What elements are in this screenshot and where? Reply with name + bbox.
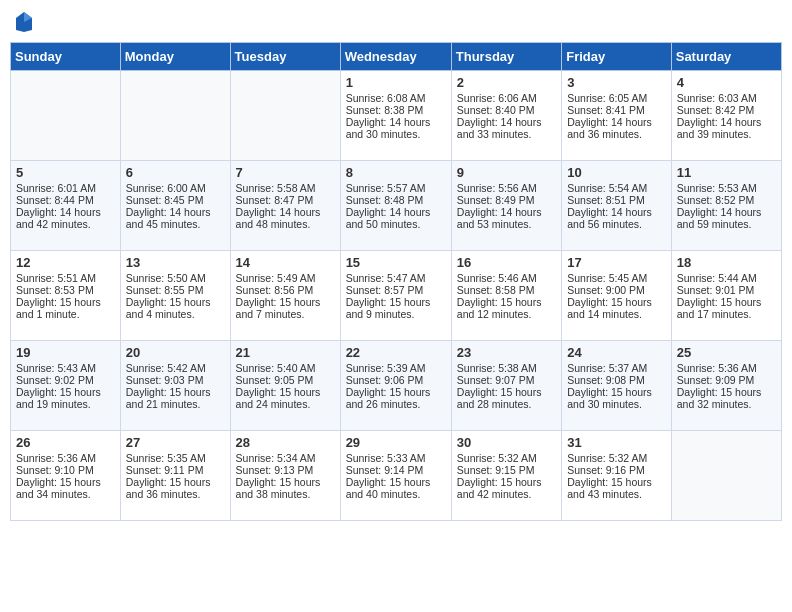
day-info: Sunrise: 5:57 AM	[346, 182, 446, 194]
day-info: Sunrise: 5:43 AM	[16, 362, 115, 374]
day-info: Sunset: 8:41 PM	[567, 104, 666, 116]
day-info: Sunset: 9:13 PM	[236, 464, 335, 476]
day-info: Daylight: 15 hours and 17 minutes.	[677, 296, 776, 320]
calendar-header-monday: Monday	[120, 43, 230, 71]
day-number: 6	[126, 165, 225, 180]
calendar-cell	[230, 71, 340, 161]
day-number: 18	[677, 255, 776, 270]
day-info: Daylight: 15 hours and 40 minutes.	[346, 476, 446, 500]
calendar-cell: 19Sunrise: 5:43 AMSunset: 9:02 PMDayligh…	[11, 341, 121, 431]
day-info: Sunrise: 5:51 AM	[16, 272, 115, 284]
day-info: Daylight: 14 hours and 59 minutes.	[677, 206, 776, 230]
day-info: Sunset: 9:06 PM	[346, 374, 446, 386]
day-info: Sunrise: 5:46 AM	[457, 272, 556, 284]
day-number: 8	[346, 165, 446, 180]
calendar-cell: 16Sunrise: 5:46 AMSunset: 8:58 PMDayligh…	[451, 251, 561, 341]
day-info: Sunset: 9:00 PM	[567, 284, 666, 296]
day-number: 22	[346, 345, 446, 360]
day-number: 28	[236, 435, 335, 450]
calendar-header-sunday: Sunday	[11, 43, 121, 71]
day-info: Sunrise: 5:36 AM	[16, 452, 115, 464]
day-number: 5	[16, 165, 115, 180]
calendar-cell: 27Sunrise: 5:35 AMSunset: 9:11 PMDayligh…	[120, 431, 230, 521]
day-number: 11	[677, 165, 776, 180]
day-info: Sunrise: 6:01 AM	[16, 182, 115, 194]
day-info: Daylight: 15 hours and 1 minute.	[16, 296, 115, 320]
calendar-header-friday: Friday	[562, 43, 672, 71]
day-info: Daylight: 15 hours and 19 minutes.	[16, 386, 115, 410]
calendar-cell: 11Sunrise: 5:53 AMSunset: 8:52 PMDayligh…	[671, 161, 781, 251]
day-number: 10	[567, 165, 666, 180]
day-info: Sunrise: 5:49 AM	[236, 272, 335, 284]
day-info: Sunset: 8:51 PM	[567, 194, 666, 206]
day-info: Sunrise: 6:00 AM	[126, 182, 225, 194]
day-number: 3	[567, 75, 666, 90]
calendar-cell: 8Sunrise: 5:57 AMSunset: 8:48 PMDaylight…	[340, 161, 451, 251]
day-info: Sunset: 8:53 PM	[16, 284, 115, 296]
day-number: 9	[457, 165, 556, 180]
day-number: 4	[677, 75, 776, 90]
day-info: Sunset: 9:02 PM	[16, 374, 115, 386]
day-info: Sunrise: 5:53 AM	[677, 182, 776, 194]
day-number: 15	[346, 255, 446, 270]
day-info: Daylight: 15 hours and 34 minutes.	[16, 476, 115, 500]
day-info: Sunset: 8:58 PM	[457, 284, 556, 296]
day-info: Sunset: 9:14 PM	[346, 464, 446, 476]
calendar-cell: 24Sunrise: 5:37 AMSunset: 9:08 PMDayligh…	[562, 341, 672, 431]
day-info: Daylight: 14 hours and 50 minutes.	[346, 206, 446, 230]
calendar-cell: 23Sunrise: 5:38 AMSunset: 9:07 PMDayligh…	[451, 341, 561, 431]
page-header	[10, 10, 782, 34]
day-info: Sunrise: 5:34 AM	[236, 452, 335, 464]
day-info: Sunset: 8:55 PM	[126, 284, 225, 296]
day-info: Sunrise: 5:50 AM	[126, 272, 225, 284]
day-number: 21	[236, 345, 335, 360]
calendar-header-tuesday: Tuesday	[230, 43, 340, 71]
day-info: Sunset: 8:49 PM	[457, 194, 556, 206]
calendar-header-row: SundayMondayTuesdayWednesdayThursdayFrid…	[11, 43, 782, 71]
day-number: 16	[457, 255, 556, 270]
day-info: Daylight: 15 hours and 30 minutes.	[567, 386, 666, 410]
calendar-cell: 15Sunrise: 5:47 AMSunset: 8:57 PMDayligh…	[340, 251, 451, 341]
calendar-cell	[11, 71, 121, 161]
day-info: Daylight: 14 hours and 36 minutes.	[567, 116, 666, 140]
day-info: Sunset: 8:44 PM	[16, 194, 115, 206]
day-info: Sunset: 8:40 PM	[457, 104, 556, 116]
day-info: Sunset: 8:56 PM	[236, 284, 335, 296]
day-info: Sunset: 8:47 PM	[236, 194, 335, 206]
day-info: Sunrise: 5:39 AM	[346, 362, 446, 374]
logo	[14, 10, 38, 34]
calendar-cell	[671, 431, 781, 521]
day-number: 20	[126, 345, 225, 360]
day-number: 14	[236, 255, 335, 270]
day-info: Sunset: 9:09 PM	[677, 374, 776, 386]
day-number: 17	[567, 255, 666, 270]
day-info: Daylight: 15 hours and 28 minutes.	[457, 386, 556, 410]
day-info: Daylight: 15 hours and 4 minutes.	[126, 296, 225, 320]
day-info: Sunset: 8:52 PM	[677, 194, 776, 206]
calendar-cell: 29Sunrise: 5:33 AMSunset: 9:14 PMDayligh…	[340, 431, 451, 521]
day-info: Sunrise: 6:08 AM	[346, 92, 446, 104]
day-info: Sunrise: 5:35 AM	[126, 452, 225, 464]
day-info: Daylight: 15 hours and 36 minutes.	[126, 476, 225, 500]
day-info: Daylight: 14 hours and 45 minutes.	[126, 206, 225, 230]
day-info: Sunset: 8:38 PM	[346, 104, 446, 116]
calendar-cell	[120, 71, 230, 161]
calendar-table: SundayMondayTuesdayWednesdayThursdayFrid…	[10, 42, 782, 521]
day-info: Daylight: 14 hours and 42 minutes.	[16, 206, 115, 230]
day-info: Sunset: 9:16 PM	[567, 464, 666, 476]
day-info: Sunrise: 5:37 AM	[567, 362, 666, 374]
day-info: Sunset: 9:03 PM	[126, 374, 225, 386]
calendar-cell: 14Sunrise: 5:49 AMSunset: 8:56 PMDayligh…	[230, 251, 340, 341]
day-info: Sunrise: 5:32 AM	[457, 452, 556, 464]
day-info: Daylight: 15 hours and 21 minutes.	[126, 386, 225, 410]
day-number: 7	[236, 165, 335, 180]
calendar-cell: 7Sunrise: 5:58 AMSunset: 8:47 PMDaylight…	[230, 161, 340, 251]
calendar-header-thursday: Thursday	[451, 43, 561, 71]
day-info: Sunset: 9:15 PM	[457, 464, 556, 476]
calendar-cell: 25Sunrise: 5:36 AMSunset: 9:09 PMDayligh…	[671, 341, 781, 431]
day-info: Daylight: 15 hours and 12 minutes.	[457, 296, 556, 320]
day-number: 31	[567, 435, 666, 450]
day-number: 13	[126, 255, 225, 270]
calendar-cell: 2Sunrise: 6:06 AMSunset: 8:40 PMDaylight…	[451, 71, 561, 161]
day-info: Sunrise: 5:54 AM	[567, 182, 666, 194]
